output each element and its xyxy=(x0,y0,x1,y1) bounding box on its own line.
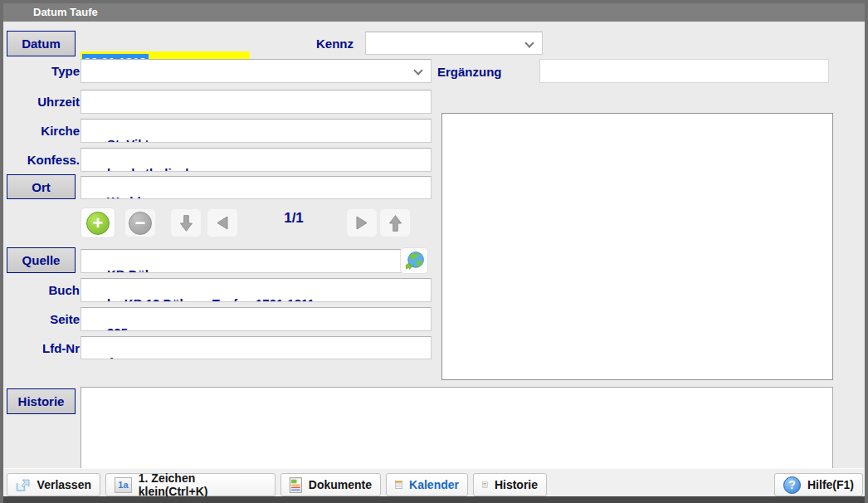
exit-icon xyxy=(16,477,31,493)
move-up-button[interactable] xyxy=(380,209,410,237)
verlassen-label: Verlassen xyxy=(37,478,91,491)
dokumente-label: Dokumente xyxy=(309,478,372,491)
datum-button-label: Datum xyxy=(22,37,61,51)
arrow-up-icon xyxy=(389,214,402,232)
arrow-right-icon xyxy=(356,216,368,230)
window-bottom-frame xyxy=(3,496,865,503)
hilfe-label: Hilfe(F1) xyxy=(807,478,854,491)
calendar-icon xyxy=(395,476,402,493)
kennz-label: Kennz xyxy=(282,37,354,51)
ort-button-label: Ort xyxy=(32,180,51,194)
title-bar: Datum Taufe xyxy=(3,3,865,22)
ergaenzung-label: Ergänzung xyxy=(437,65,517,79)
globe-icon xyxy=(404,251,425,271)
quelle-value: KB Dülmen xyxy=(107,267,174,273)
lfdnr-value: 4 xyxy=(107,354,114,359)
ort-button[interactable]: Ort xyxy=(7,174,76,199)
konfess-label: Konfess. xyxy=(7,153,80,167)
previous-record-button[interactable] xyxy=(207,209,237,237)
record-counter: 1/1 xyxy=(267,210,320,227)
datum-button[interactable]: Datum xyxy=(7,31,76,56)
dialog-window: Datum Taufe Datum 06.01.1810 Kennz Type … xyxy=(0,0,868,503)
form-content: Datum 06.01.1810 Kennz Type Ergänzung Uh… xyxy=(3,22,865,468)
seite-input[interactable]: 325 xyxy=(80,307,432,331)
move-down-button[interactable] xyxy=(171,209,201,237)
window-title: Datum Taufe xyxy=(33,6,98,18)
lfdnr-input[interactable]: 4 xyxy=(80,336,432,359)
quelle-input[interactable]: KB Dülmen xyxy=(80,249,402,273)
ergaenzung-input[interactable] xyxy=(539,59,829,83)
source-lookup-button[interactable] xyxy=(400,247,428,274)
konfess-input[interactable]: ka katholisch xyxy=(80,148,432,172)
konfess-value: ka katholisch xyxy=(107,166,193,172)
kalender-label: Kalender xyxy=(409,478,459,491)
ort-value: Weddern xyxy=(107,194,160,199)
zeichen-klein-button[interactable]: 1a 1. Zeichen klein(Ctrl+K) xyxy=(105,473,276,496)
minus-icon: − xyxy=(129,212,152,235)
verlassen-button[interactable]: Verlassen xyxy=(7,473,100,496)
kalender-button[interactable]: Kalender xyxy=(386,473,468,496)
kennz-select[interactable] xyxy=(365,32,543,55)
type-label: Type xyxy=(7,64,80,78)
type-select[interactable] xyxy=(80,59,432,83)
kirche-input[interactable]: St. Viktor xyxy=(80,119,432,143)
add-record-button[interactable]: + xyxy=(80,208,115,238)
abc-history-icon: abc xyxy=(482,476,488,493)
uhrzeit-input[interactable] xyxy=(80,90,432,114)
ort-input[interactable]: Weddern xyxy=(80,176,432,199)
historie-toolbar-button[interactable]: abc Historie xyxy=(473,473,547,496)
lfdnr-label: Lfd-Nr xyxy=(7,341,80,355)
buch-value: ka KB 13 Dülmen Taufen 1791-1811 xyxy=(107,296,315,302)
hilfe-button[interactable]: ? Hilfe(F1) xyxy=(774,473,863,496)
zeichen-klein-label: 1. Zeichen klein(Ctrl+K) xyxy=(139,471,266,498)
seite-label: Seite xyxy=(7,312,80,326)
kirche-value: St. Viktor xyxy=(107,137,162,143)
historie-toolbar-label: Historie xyxy=(495,478,538,491)
historie-textarea[interactable] xyxy=(80,387,833,481)
seite-value: 325 xyxy=(107,325,128,331)
buch-label: Buch xyxy=(7,283,80,297)
uhrzeit-label: Uhrzeit xyxy=(7,95,80,109)
document-icon xyxy=(290,476,302,494)
svg-text:abc: abc xyxy=(483,482,487,485)
historie-button[interactable]: Historie xyxy=(7,388,76,414)
lowercase-convert-icon: 1a xyxy=(115,477,132,493)
chevron-down-icon xyxy=(413,66,422,75)
notes-textarea[interactable] xyxy=(441,113,833,380)
arrow-left-icon xyxy=(217,216,228,230)
dokumente-button[interactable]: Dokumente xyxy=(280,473,381,496)
arrow-down-icon xyxy=(180,214,193,232)
delete-record-button[interactable]: − xyxy=(125,209,155,237)
plus-icon: + xyxy=(86,212,110,235)
help-icon: ? xyxy=(783,476,801,494)
chevron-down-icon xyxy=(524,38,534,47)
historie-button-label: Historie xyxy=(18,394,65,408)
buch-input[interactable]: ka KB 13 Dülmen Taufen 1791-1811 xyxy=(80,278,432,302)
quelle-button-label: Quelle xyxy=(22,253,61,267)
kirche-label: Kirche xyxy=(7,124,80,138)
quelle-button[interactable]: Quelle xyxy=(7,247,76,273)
next-record-button[interactable] xyxy=(347,209,377,237)
